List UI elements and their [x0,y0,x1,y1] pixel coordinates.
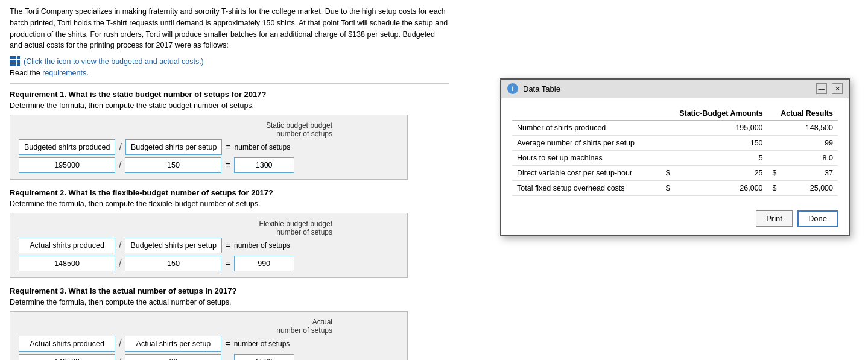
req1-denominator-label: Budgeted shirts per setup [125,139,222,155]
modal-title: Data Table [523,84,560,93]
modal-header: i Data Table — ✕ [501,80,849,98]
modal-controls[interactable]: — ✕ [816,83,843,94]
req3-result-label: number of setups [234,339,290,348]
req2-formula: Flexible budget budget number of setups … [10,213,408,278]
section-divider [10,83,449,84]
modal-body: Static-Budget Amounts Actual Results Num… [501,98,849,204]
req2-formula-labels-row: Actual shirts produced / Budgeted shirts… [19,238,399,253]
req2-slash: / [119,240,121,251]
table-cell-currency2 [768,136,782,151]
req2-label: Flexible budget [259,219,308,228]
table-cell-value2: 8.0 [782,151,838,166]
req3-numerator-label: Actual shirts produced [19,336,115,352]
req1-formula-labels-row: Budgeted shirts produced / Budgeted shir… [19,139,399,155]
col-actual-header: Actual Results [768,107,838,121]
req1-title: Requirement 1. What is the static budget… [10,90,449,99]
req1-numerator-label: Budgeted shirts produced [19,139,115,155]
table-cell-currency1: $ [661,181,675,196]
intro-text: The Torti Company specializes in making … [10,6,449,51]
req1-result-value[interactable]: 1300 [234,157,294,173]
table-cell-value2: 25,000 [782,181,838,196]
req2-subtitle: Determine the formula, then compute the … [10,200,449,208]
read-requirements: Read the requirements. [10,69,449,77]
table-row: Hours to set up machines 5 8.0 [512,151,838,166]
req3-num-value[interactable]: 148500 [19,354,115,360]
table-cell-currency1: $ [661,166,675,181]
table-cell-value1: 5 [675,151,768,166]
req3-formula-values-row: 148500 / 99 = 1500 [19,354,399,360]
modal-footer: Print Done [501,204,849,235]
req3-formula: Actual number of setups Actual shirts pr… [10,311,408,360]
table-cell-value2: 99 [782,136,838,151]
requirements-link[interactable]: requirements [42,69,86,77]
req3-slash2: / [119,356,121,360]
table-row: Total fixed setup overhead costs $ 26,00… [512,181,838,196]
req2-title: Requirement 2. What is the flexible-budg… [10,188,449,197]
req1-result-label: number of setups [235,143,291,151]
requirement-2-section: Requirement 2. What is the flexible-budg… [10,188,449,278]
table-cell-value1: 26,000 [675,181,768,196]
table-cell-label: Average number of shirts per setup [512,136,661,151]
req2-equals: = [226,241,230,250]
grid-icon[interactable] [10,56,20,66]
table-cell-currency2 [768,151,782,166]
table-cell-value1: 195,000 [675,121,768,136]
table-cell-value1: 25 [675,166,768,181]
requirement-3-section: Requirement 3. What is the actual number… [10,286,449,360]
table-cell-label: Number of shirts produced [512,121,661,136]
icon-link[interactable]: (Click the icon to view the budgeted and… [24,57,204,66]
table-cell-currency2: $ [768,181,782,196]
req3-result-value[interactable]: 1500 [234,354,294,360]
table-cell-label: Direct variable cost per setup-hour [512,166,661,181]
table-cell-value2: 37 [782,166,838,181]
table-row: Direct variable cost per setup-hour $ 25… [512,166,838,181]
req2-equals2: = [225,259,230,268]
req1-subtitle: Determine the formula, then compute the … [10,101,449,110]
req1-slash: / [119,142,121,153]
req2-title-rest: What is the flexible-budget number of se… [66,188,273,197]
req2-num-value[interactable]: 148500 [19,256,115,271]
modal-minimize-button[interactable]: — [816,83,827,94]
req2-formula-values-row: 148500 / 150 = 990 [19,256,399,271]
table-cell-value1: 150 [675,136,768,151]
req3-title: Requirement 3. What is the actual number… [10,286,449,295]
table-cell-currency1 [661,136,675,151]
table-cell-value2: 148,500 [782,121,838,136]
req3-label: Actual [312,318,332,326]
req1-equals: = [226,142,230,152]
req3-title-rest: What is the actual number of setups in 2… [66,286,236,295]
req3-subtitle: Determine the formula, then compute the … [10,298,449,306]
done-button[interactable]: Done [797,210,838,227]
req1-den-value[interactable]: 150 [125,157,221,173]
req1-label: Static budget [266,121,308,130]
modal-title-row: i Data Table [507,83,560,94]
req2-slash2: / [119,258,121,269]
req2-result-label: number of setups [234,241,290,250]
table-cell-currency1 [661,151,675,166]
req3-formula-labels-row: Actual shirts produced / Actual shirts p… [19,336,399,352]
req2-den-value[interactable]: 150 [125,256,221,271]
info-icon: i [507,83,518,94]
modal-close-button[interactable]: ✕ [832,83,843,94]
table-row: Number of shirts produced 195,000 148,50… [512,121,838,136]
table-cell-currency1 [661,121,675,136]
req2-numerator-label: Actual shirts produced [19,238,115,253]
requirement-1-section: Requirement 1. What is the static budget… [10,90,449,180]
req3-equals2: = [225,357,230,360]
req1-num-value[interactable]: 195000 [19,157,115,173]
req1-formula: Static budget budget number of setups Bu… [10,115,408,180]
req2-denominator-label: Budgeted shirts per setup [125,238,221,253]
col-label-header [512,107,661,121]
table-cell-label: Hours to set up machines [512,151,661,166]
table-cell-currency2: $ [768,166,782,181]
table-cell-currency2 [768,121,782,136]
req1-equals2: = [225,160,230,170]
print-button[interactable]: Print [756,210,793,227]
table-row: Average number of shirts per setup 150 9… [512,136,838,151]
req3-den-value[interactable]: 99 [125,354,221,360]
req2-result-value[interactable]: 990 [234,256,294,271]
col-static-header: Static-Budget Amounts [661,107,768,121]
data-table-modal: i Data Table — ✕ Static-Budget Amounts A… [500,78,850,236]
req1-formula-values-row: 195000 / 150 = 1300 [19,157,399,173]
data-table: Static-Budget Amounts Actual Results Num… [512,107,838,196]
